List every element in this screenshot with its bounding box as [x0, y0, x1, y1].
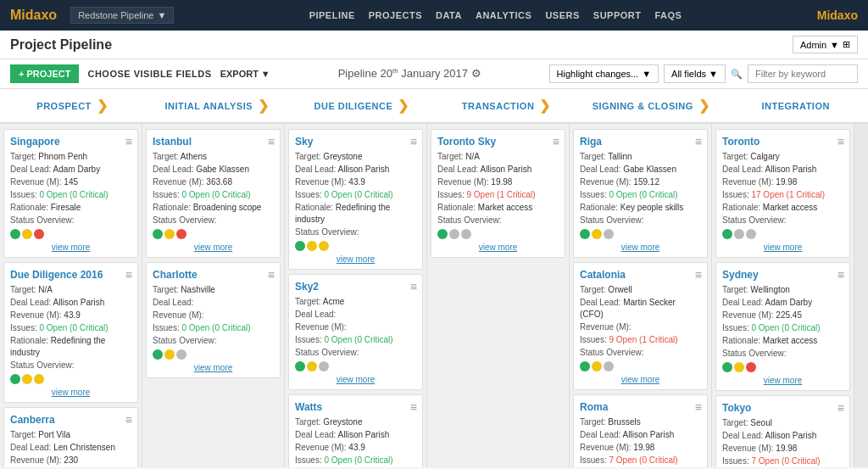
card-status-row [722, 229, 843, 239]
card-title[interactable]: Sky [295, 136, 416, 148]
nav-link-support[interactable]: SUPPORT [593, 10, 642, 20]
settings-icon[interactable]: ⚙ [471, 68, 481, 81]
stage-transaction[interactable]: TRANSACTION❯ [434, 89, 579, 122]
status-dot [319, 241, 329, 251]
card-field-revenue: Revenue (M): 43.9 [10, 310, 131, 321]
card: ≡SkyTarget: GreystoneDeal Lead: Allison … [288, 129, 423, 270]
card-field-target: Target: Phnom Penh [10, 151, 131, 163]
status-dot [734, 362, 744, 372]
highlight-button[interactable]: Highlight changes... ▼ [549, 64, 659, 83]
card-status-row [722, 362, 843, 372]
pipeline-stages: PROSPECT❯INITIAL ANALYSIS❯DUE DILIGENCE❯… [0, 89, 868, 124]
view-more-link[interactable]: view more [722, 374, 843, 387]
card-title[interactable]: Charlotte [153, 269, 274, 281]
top-nav: Midaxo Redstone Pipeline ▼ PIPELINEPROJE… [0, 0, 868, 31]
card-title[interactable]: Due Diligence 2016 [10, 269, 131, 281]
card-field-rationale: Rationale: Market access [437, 202, 559, 214]
status-dot [734, 229, 744, 239]
view-more-link[interactable]: view more [10, 241, 131, 254]
stage-integration[interactable]: INTEGRATION [723, 89, 868, 122]
nav-link-analytics[interactable]: ANALYTICS [476, 10, 531, 20]
card-field-deal_lead: Deal Lead: Len Christensen [10, 442, 131, 454]
view-more-link[interactable]: view more [295, 373, 416, 386]
card-field-revenue: Revenue (M): 19.98 [722, 176, 843, 188]
card-field-issues: Issues: 0 Open (0 Critical) [153, 189, 274, 201]
card-menu-icon[interactable]: ≡ [125, 413, 132, 427]
card: ≡IstanbulTarget: AthensDeal Lead: Gabe K… [146, 129, 281, 258]
view-more-link[interactable]: view more [295, 253, 416, 265]
nav-link-data[interactable]: DATA [436, 10, 462, 20]
card-menu-icon[interactable]: ≡ [695, 400, 702, 414]
card-title[interactable]: Toronto Sky [437, 136, 559, 148]
card-status-row [153, 229, 274, 239]
export-button[interactable]: EXPORT ▼ [220, 69, 270, 79]
card: ≡SydneyTarget: WellingtonDeal Lead: Adam… [715, 262, 850, 391]
view-more-link[interactable]: view more [580, 373, 701, 386]
card-field-rationale: Rationale: Broadening scope [153, 202, 274, 214]
card-field-deal_lead: Deal Lead: Gabe Klassen [153, 164, 274, 176]
card-title[interactable]: Sydney [722, 269, 843, 281]
card-menu-icon[interactable]: ≡ [410, 400, 417, 414]
card-title[interactable]: Istanbul [153, 136, 274, 148]
card-title[interactable]: Toronto [722, 136, 843, 148]
nav-left: Midaxo Redstone Pipeline ▼ [10, 7, 174, 24]
card-menu-icon[interactable]: ≡ [837, 401, 844, 415]
card-title[interactable]: Tokyo [722, 402, 843, 414]
card-menu-icon[interactable]: ≡ [837, 268, 844, 282]
view-more-link[interactable]: view more [153, 241, 274, 254]
admin-button[interactable]: Admin ▼ ⊞ [793, 36, 858, 53]
status-dot [592, 229, 602, 239]
card-title[interactable]: Singapore [10, 136, 131, 148]
card-field-target: Target: Greystone [295, 151, 416, 163]
stage-due-diligence[interactable]: DUE DILIGENCE❯ [289, 89, 434, 122]
card-field-revenue: Revenue (M): 230 [10, 455, 131, 466]
card: ≡Sky2Target: AcmeDeal Lead: Revenue (M):… [288, 274, 423, 390]
logo: Midaxo [10, 8, 57, 23]
card-menu-icon[interactable]: ≡ [837, 135, 844, 148]
pipeline-dropdown[interactable]: Redstone Pipeline ▼ [70, 7, 174, 24]
card-title[interactable]: Watts [295, 401, 416, 413]
card-menu-icon[interactable]: ≡ [695, 268, 702, 282]
status-dot [592, 361, 602, 371]
card-title[interactable]: Sky2 [295, 281, 416, 293]
add-project-button[interactable]: + PROJECT [10, 64, 79, 83]
card-title[interactable]: Canberra [10, 414, 131, 426]
card-field-revenue: Revenue (M): [295, 321, 416, 333]
card-field-revenue: Revenue (M): 19.98 [722, 443, 843, 455]
stage-prospect[interactable]: PROSPECT❯ [0, 89, 145, 122]
choose-visible-fields-button[interactable]: CHOOSE VISIBLE FIELDS [87, 69, 211, 79]
card-menu-icon[interactable]: ≡ [268, 135, 275, 148]
view-more-link[interactable]: view more [437, 241, 559, 254]
nav-link-faqs[interactable]: FAQS [655, 10, 682, 20]
card-field-deal_lead: Deal Lead: Allison Parish [295, 429, 416, 441]
stage-initial-analysis[interactable]: INITIAL ANALYSIS❯ [145, 89, 290, 122]
view-more-link[interactable]: view more [722, 241, 843, 254]
nav-link-users[interactable]: USERS [545, 10, 579, 20]
card: ≡SingaporeTarget: Phnom PenhDeal Lead: A… [3, 129, 138, 258]
card-field-target: Target: Tallinn [580, 151, 701, 163]
nav-link-projects[interactable]: PROJECTS [369, 10, 422, 20]
view-more-link[interactable]: view more [10, 386, 131, 399]
card-menu-icon[interactable]: ≡ [125, 135, 132, 148]
card-title[interactable]: Catalonia [580, 269, 701, 281]
card-status-label: Status Overview: [295, 226, 416, 238]
status-dot [746, 362, 756, 372]
card: ≡Toronto SkyTarget: N/ADeal Lead: Alliso… [431, 129, 565, 258]
status-dot [164, 349, 175, 360]
all-fields-button[interactable]: All fields ▼ [664, 64, 726, 83]
card-title[interactable]: Roma [580, 401, 701, 413]
card-menu-icon[interactable]: ≡ [410, 280, 417, 293]
card-menu-icon[interactable]: ≡ [553, 135, 559, 148]
status-dot [580, 361, 590, 371]
filter-input[interactable] [748, 64, 858, 83]
card-menu-icon[interactable]: ≡ [695, 135, 702, 148]
card-menu-icon[interactable]: ≡ [410, 135, 417, 148]
card-menu-icon[interactable]: ≡ [125, 268, 132, 282]
nav-link-pipeline[interactable]: PIPELINE [309, 10, 355, 20]
card-menu-icon[interactable]: ≡ [268, 268, 275, 282]
card-title[interactable]: Riga [580, 136, 701, 148]
view-more-link[interactable]: view more [580, 241, 701, 254]
stage-signing-&-closing[interactable]: SIGNING & CLOSING❯ [579, 89, 724, 122]
card: ≡CataloniaTarget: OrwellDeal Lead: Marti… [573, 262, 708, 390]
view-more-link[interactable]: view more [153, 361, 274, 374]
